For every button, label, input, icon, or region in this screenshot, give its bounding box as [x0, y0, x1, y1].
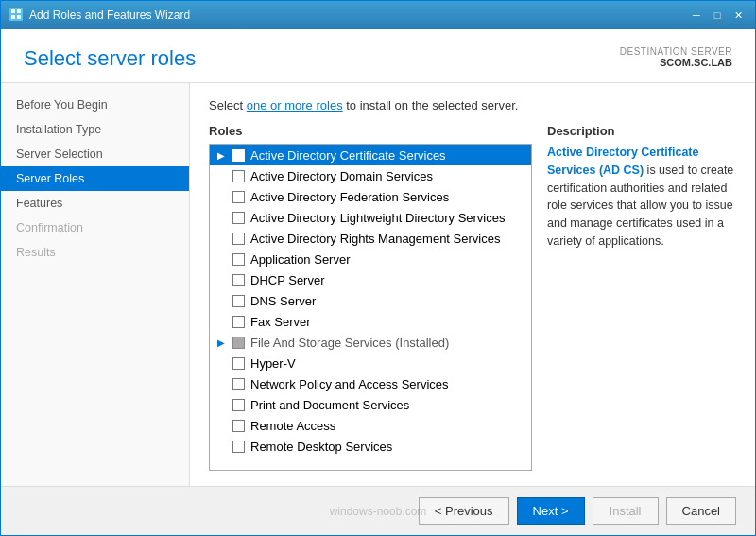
minimize-button[interactable]: ─	[687, 7, 706, 24]
checkbox-rds[interactable]	[232, 441, 245, 453]
roles-label: Roles	[209, 124, 532, 138]
checkbox-dns[interactable]	[232, 295, 245, 307]
description-label: Description	[547, 124, 736, 138]
sidebar-item-server-roles[interactable]: Server Roles	[1, 166, 189, 191]
role-item-adcs[interactable]: ▶ Active Directory Certificate Services	[210, 145, 531, 165]
checkbox-appserver[interactable]	[232, 253, 245, 266]
role-label-filestorage: File And Storage Services (Installed)	[250, 336, 449, 350]
sidebar-item-confirmation: Confirmation	[1, 216, 189, 240]
next-button[interactable]: Next >	[517, 497, 585, 525]
role-item-dns[interactable]: DNS Server	[210, 290, 531, 311]
titlebar-controls: ─ □ ✕	[687, 7, 747, 24]
roles-list[interactable]: ▶ Active Directory Certificate Services …	[209, 144, 532, 471]
roles-area: Roles ▶ Active Directory Certificate Ser…	[209, 124, 736, 471]
checkbox-adlds[interactable]	[232, 212, 245, 224]
role-label-hyperv: Hyper-V	[250, 356, 296, 371]
previous-button[interactable]: < Previous	[419, 497, 509, 525]
role-item-print[interactable]: Print and Document Services	[210, 394, 531, 415]
close-button[interactable]: ✕	[729, 7, 747, 24]
sidebar: Before You Begin Installation Type Serve…	[1, 83, 190, 486]
titlebar: Add Roles and Features Wizard ─ □ ✕	[1, 1, 755, 29]
titlebar-title: Add Roles and Features Wizard	[29, 9, 190, 22]
instruction-text: Select one or more roles to install on t…	[209, 98, 736, 112]
role-item-adds[interactable]: Active Directory Domain Services	[210, 165, 531, 186]
instruction-link: one or more roles	[247, 98, 343, 112]
checkbox-adcs[interactable]	[232, 149, 245, 162]
roles-panel: Roles ▶ Active Directory Certificate Ser…	[209, 124, 532, 471]
role-label-rds: Remote Desktop Services	[250, 440, 392, 454]
sidebar-item-before-you-begin[interactable]: Before You Begin	[1, 93, 189, 117]
role-label-print: Print and Document Services	[250, 398, 409, 412]
main-content: Before You Begin Installation Type Serve…	[1, 83, 755, 486]
footer: windows-noob.com < Previous Next > Insta…	[1, 486, 755, 535]
checkbox-adds[interactable]	[232, 170, 245, 182]
checkbox-fax[interactable]	[232, 316, 245, 328]
checkbox-ra[interactable]	[232, 420, 245, 432]
sidebar-item-results: Results	[1, 240, 189, 265]
description-highlight: Active Directory Certificate Services (A…	[547, 146, 698, 177]
checkbox-npas[interactable]	[232, 378, 245, 390]
sidebar-item-server-selection[interactable]: Server Selection	[1, 142, 189, 166]
watermark: windows-noob.com	[330, 505, 427, 518]
role-label-adcs: Active Directory Certificate Services	[250, 148, 446, 163]
dest-name: SCOM.SC.LAB	[620, 57, 732, 68]
role-label-ra: Remote Access	[250, 419, 335, 433]
role-item-filestorage[interactable]: ▶ File And Storage Services (Installed)	[210, 332, 531, 353]
description-text: Active Directory Certificate Services (A…	[547, 144, 736, 251]
role-item-adfs[interactable]: Active Directory Federation Services	[210, 186, 531, 207]
role-label-appserver: Application Server	[250, 252, 351, 267]
checkbox-print[interactable]	[232, 399, 245, 411]
right-panel: Select one or more roles to install on t…	[190, 83, 755, 486]
checkbox-adrms[interactable]	[232, 233, 245, 245]
install-button[interactable]: Install	[593, 497, 659, 525]
role-label-adds: Active Directory Domain Services	[250, 169, 433, 183]
role-item-adrms[interactable]: Active Directory Rights Management Servi…	[210, 228, 531, 249]
role-item-npas[interactable]: Network Policy and Access Services	[210, 373, 531, 394]
role-item-dhcp[interactable]: DHCP Server	[210, 269, 531, 290]
role-item-fax[interactable]: Fax Server	[210, 311, 531, 332]
expand-icon-filestorage[interactable]: ▶	[217, 337, 231, 348]
role-item-adlds[interactable]: Active Directory Lightweight Directory S…	[210, 207, 531, 228]
role-label-dhcp: DHCP Server	[250, 273, 325, 287]
content-area: Select server roles DESTINATION SERVER S…	[1, 29, 755, 486]
expand-icon-adcs: ▶	[217, 150, 231, 161]
app-icon	[9, 7, 24, 25]
sidebar-item-installation-type[interactable]: Installation Type	[1, 117, 189, 142]
svg-rect-3	[11, 15, 15, 19]
role-item-ra[interactable]: Remote Access	[210, 415, 531, 436]
checkbox-dhcp[interactable]	[232, 274, 245, 286]
role-item-hyperv[interactable]: Hyper-V	[210, 353, 531, 373]
role-label-npas: Network Policy and Access Services	[250, 377, 449, 391]
checkbox-filestorage	[232, 337, 245, 349]
checkbox-adfs[interactable]	[232, 191, 245, 203]
role-label-adfs: Active Directory Federation Services	[250, 190, 449, 204]
role-label-adlds: Active Directory Lightweight Directory S…	[250, 211, 505, 225]
svg-rect-2	[17, 9, 21, 13]
page-title: Select server roles	[24, 46, 196, 71]
checkbox-hyperv[interactable]	[232, 357, 245, 370]
role-label-fax: Fax Server	[250, 315, 311, 329]
header-bar: Select server roles DESTINATION SERVER S…	[1, 29, 755, 83]
svg-rect-1	[11, 9, 15, 13]
dest-label: DESTINATION SERVER	[620, 46, 732, 57]
destination-server-info: DESTINATION SERVER SCOM.SC.LAB	[620, 46, 732, 68]
role-label-dns: DNS Server	[250, 294, 316, 308]
role-item-appserver[interactable]: Application Server	[210, 249, 531, 269]
role-item-rds[interactable]: Remote Desktop Services	[210, 436, 531, 457]
cancel-button[interactable]: Cancel	[666, 497, 736, 525]
role-label-adrms: Active Directory Rights Management Servi…	[250, 232, 500, 246]
sidebar-item-features[interactable]: Features	[1, 191, 189, 216]
svg-rect-4	[17, 15, 21, 19]
maximize-button[interactable]: □	[708, 7, 727, 24]
wizard-window: Add Roles and Features Wizard ─ □ ✕ Sele…	[0, 0, 756, 536]
description-panel: Description Active Directory Certificate…	[547, 124, 736, 471]
